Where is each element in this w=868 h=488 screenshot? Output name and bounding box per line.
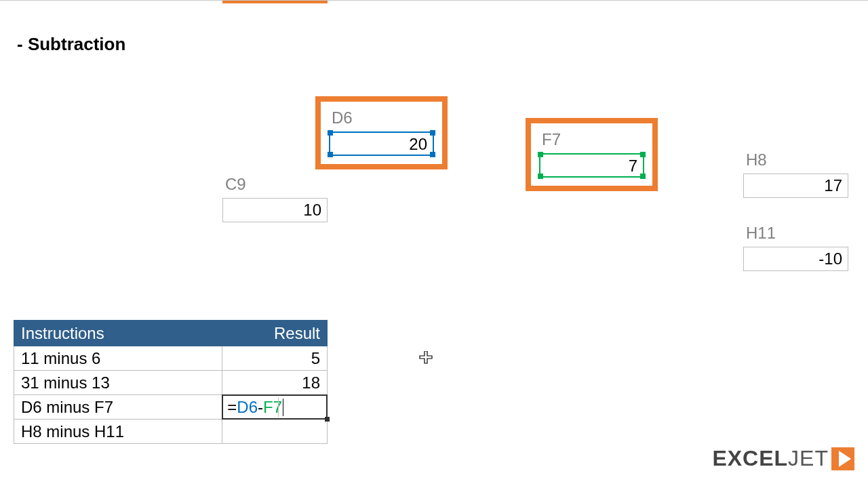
row1-result[interactable]: 5 — [222, 346, 328, 371]
cell-h11-value: -10 — [818, 249, 842, 268]
cell-h11[interactable]: -10 — [743, 247, 848, 271]
cell-f7[interactable]: 7 — [539, 153, 644, 178]
cell-h8-label: H8 — [743, 150, 848, 169]
text-cursor — [283, 399, 283, 416]
formula-eq: = — [227, 398, 237, 417]
logo-part1: EXCEL — [712, 446, 788, 470]
table-row: D6 minus F7 =D6-F7 — [14, 395, 328, 420]
row3-instruction[interactable]: D6 minus F7 — [14, 395, 222, 420]
cell-h8-group: H8 17 — [743, 150, 848, 198]
excel-cursor-icon — [419, 351, 433, 365]
logo-mark-icon — [831, 447, 854, 470]
cell-c9[interactable]: 10 — [222, 198, 328, 222]
row2-instruction[interactable]: 31 minus 13 — [14, 371, 222, 395]
cell-h8[interactable]: 17 — [743, 174, 848, 198]
cell-f7-value: 7 — [629, 157, 637, 175]
table-row: 31 minus 13 18 — [14, 371, 328, 395]
formula-ref1: D6 — [237, 398, 258, 417]
table-row: H8 minus H11 — [14, 420, 328, 444]
cell-f7-label: F7 — [539, 130, 644, 149]
cell-h8-value: 17 — [824, 176, 842, 195]
formula-input[interactable]: =D6-F7 — [222, 394, 328, 420]
row3-result-editing[interactable]: =D6-F7 — [222, 395, 328, 420]
cell-d6[interactable]: 20 — [329, 131, 434, 156]
cell-h11-group: H11 -10 — [743, 224, 848, 271]
row4-result[interactable] — [222, 420, 328, 444]
cell-c9-value: 10 — [303, 201, 321, 219]
cell-d6-frame: D6 20 — [315, 96, 448, 169]
th-instructions: Instructions — [14, 321, 222, 346]
cell-d6-value: 20 — [409, 135, 427, 153]
th-result: Result — [222, 321, 328, 346]
row4-instruction[interactable]: H8 minus H11 — [14, 420, 222, 444]
cell-f7-frame: F7 7 — [526, 118, 658, 191]
window-top-border — [0, 0, 868, 1]
fill-handle[interactable] — [325, 417, 330, 422]
column-highlight — [222, 1, 328, 3]
exceljet-logo: EXCELJET — [712, 446, 854, 471]
formula-ref2: F7 — [263, 398, 282, 417]
section-title: - Subtraction — [17, 34, 125, 55]
instructions-table: Instructions Result 11 minus 6 5 31 minu… — [14, 320, 328, 444]
row2-result[interactable]: 18 — [222, 371, 328, 395]
cell-h11-label: H11 — [743, 224, 848, 243]
cell-d6-label: D6 — [329, 108, 434, 127]
logo-part2: JET — [788, 446, 829, 470]
row1-instruction[interactable]: 11 minus 6 — [14, 346, 222, 371]
formula-op: - — [258, 398, 263, 417]
cell-c9-label: C9 — [222, 175, 328, 194]
table-row: 11 minus 6 5 — [14, 346, 328, 371]
cell-c9-group: C9 10 — [222, 175, 328, 222]
